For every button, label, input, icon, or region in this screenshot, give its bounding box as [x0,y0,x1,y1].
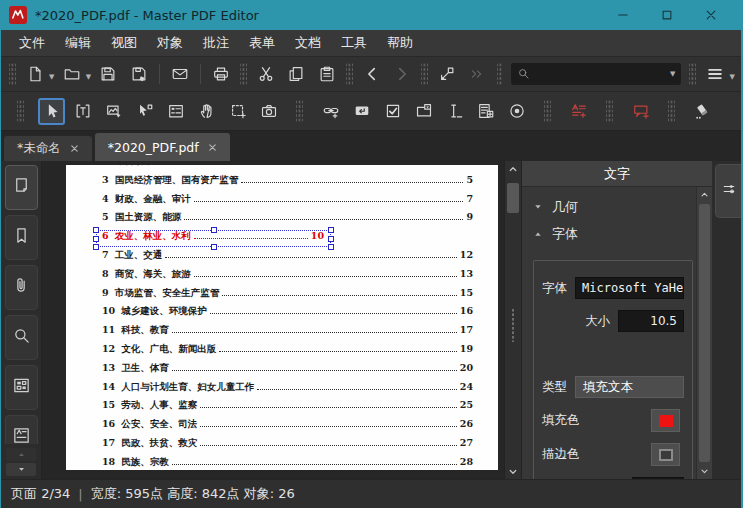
hand-tool[interactable] [193,98,220,125]
sidebar-attachments[interactable] [5,265,38,310]
minimize-button[interactable] [601,0,645,30]
toolbar-grip[interactable] [17,100,24,122]
toc-row[interactable]: 2综合政务3 [102,165,473,174]
eraser-tool[interactable] [689,98,716,125]
forward-button[interactable] [389,61,415,88]
line-width-input[interactable]: 1 [632,477,684,479]
toolbar-grip[interactable] [421,63,428,85]
main-menu-button[interactable] [702,61,728,88]
sidebar-annotations[interactable] [5,415,38,444]
panel-splitter-grip[interactable] [511,308,515,342]
paste-button[interactable] [314,61,340,88]
selection-handle[interactable] [93,244,99,250]
toc-row[interactable]: 13卫生、体育20 [102,362,473,381]
toolbar-grip[interactable] [497,63,504,85]
menu-item-0[interactable]: 文件 [9,30,55,56]
type-select[interactable]: 填充文本 [575,376,684,398]
scrollbar-track[interactable] [505,176,521,464]
snapshot-tool[interactable] [255,98,282,125]
scroll-down-button[interactable] [505,464,521,479]
toolbar-grip[interactable] [689,63,696,85]
properties-panel-tab[interactable] [715,164,741,218]
edit-text-tool[interactable] [69,98,96,125]
back-button[interactable] [359,61,385,88]
sidebar-scroll-up-button[interactable] [6,448,36,461]
edit-path-tool[interactable] [131,98,158,125]
open-file-button[interactable] [58,61,84,88]
combobox-tool[interactable] [410,98,437,125]
overflow-button[interactable] [464,61,490,88]
dropdown-arrow-icon[interactable]: ▼ [86,73,91,81]
toc-row[interactable]: 11科技、教育17 [102,324,473,343]
tab-close-icon[interactable] [208,143,217,152]
search-input[interactable] [535,66,665,82]
sidebar-scroll-down-button[interactable] [6,463,36,476]
toolbar-grip[interactable] [296,100,303,122]
dropdown-arrow-icon[interactable]: ▼ [49,73,54,81]
radio-tool[interactable] [503,98,530,125]
menu-item-4[interactable]: 批注 [193,30,239,56]
panel-scroll-down-button[interactable] [697,464,713,479]
panel-scroll-up-button[interactable] [697,187,713,202]
stroke-color-button[interactable] [651,443,680,466]
checkbox-tool[interactable] [379,98,406,125]
font-family-input[interactable]: Microsoft YaHei [575,277,684,299]
toolbar-grip[interactable] [606,100,613,122]
toolbar-grip[interactable] [668,100,675,122]
textfield-tool[interactable] [441,98,468,125]
select-tool[interactable] [38,98,65,125]
toolbar-grip[interactable] [240,63,247,85]
document-scrollbar[interactable] [504,161,521,479]
menu-item-3[interactable]: 对象 [147,30,193,56]
link-tool[interactable] [317,98,344,125]
maximize-button[interactable] [645,0,689,30]
fill-color-button[interactable] [651,409,680,432]
selection-handle[interactable] [328,236,334,242]
toc-row[interactable]: 10城乡建设、环境保护16 [102,305,473,324]
cut-button[interactable] [253,61,279,88]
panel-scroll-thumb[interactable] [699,204,710,462]
listbox-tool[interactable] [472,98,499,125]
toc-row[interactable]: 6农业、林业、水利10 [102,230,324,249]
sidebar-form-fields[interactable] [5,365,38,410]
section-font[interactable]: 字体 [522,220,696,247]
toc-row[interactable]: 16公安、安全、司法26 [102,418,473,437]
edit-image-tool[interactable] [100,98,127,125]
push-button-tool[interactable] [348,98,375,125]
section-geometry[interactable]: 几何 [522,193,696,220]
toc-row[interactable]: 14人口与计划生育、妇女儿童工作24 [102,381,473,400]
tab-untitled[interactable]: *未命名 [4,136,92,161]
sidebar-search[interactable] [5,315,38,360]
copy-button[interactable] [283,61,309,88]
save-as-button[interactable] [125,61,151,88]
toc-row[interactable]: 12文化、广电、新闻出版19 [102,343,473,362]
edit-forms-tool[interactable] [162,98,189,125]
text-annotation-tool[interactable] [565,98,592,125]
save-button[interactable] [95,61,121,88]
menu-item-1[interactable]: 编辑 [55,30,101,56]
menu-item-5[interactable]: 表单 [239,30,285,56]
scrollbar-thumb[interactable] [507,183,519,213]
callout-annotation-tool[interactable] [627,98,654,125]
panel-scrollbar[interactable] [696,187,712,479]
toolbar-grip[interactable] [9,63,16,85]
sidebar-bookmarks[interactable] [5,215,38,260]
menu-item-8[interactable]: 帮助 [377,30,423,56]
selection-handle[interactable] [93,236,99,242]
close-button[interactable] [689,0,733,30]
tab-close-icon[interactable] [70,144,79,153]
print-button[interactable] [208,61,234,88]
menu-item-6[interactable]: 文档 [285,30,331,56]
toolbar-grip[interactable] [544,100,551,122]
selection-handle[interactable] [93,227,99,233]
email-button[interactable] [167,61,193,88]
toc-row[interactable]: 15劳动、人事、监察25 [102,399,473,418]
new-document-button[interactable] [22,61,48,88]
toolbar-grip[interactable] [346,63,353,85]
font-size-input[interactable]: 10.5 [618,310,684,332]
toc-row[interactable]: 18民族、宗教28 [102,456,473,470]
tab-2020-pdf[interactable]: *2020_PDF.pdf [95,133,230,161]
toc-row[interactable]: 8商贸、海关、旅游13 [102,268,473,287]
toc-row[interactable]: 5国土资源、能源9 [102,211,473,230]
fit-page-button[interactable] [434,61,460,88]
